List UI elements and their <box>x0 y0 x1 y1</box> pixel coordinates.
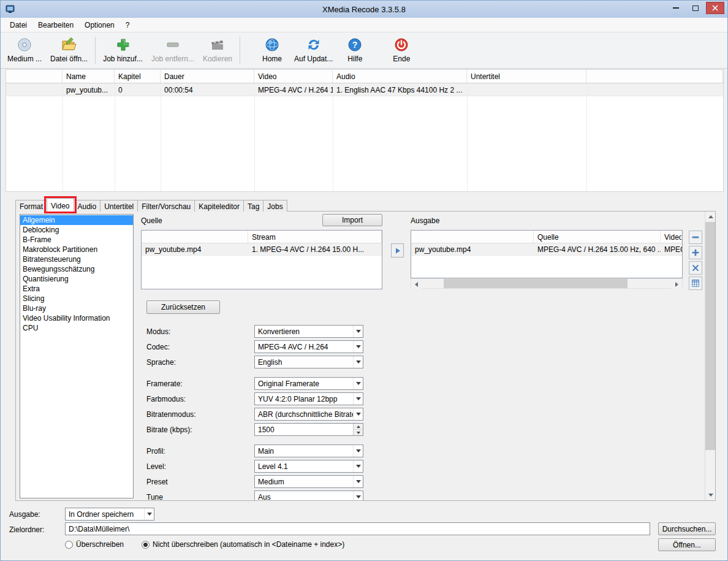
zielordner-input[interactable] <box>65 522 650 535</box>
close-button[interactable] <box>706 2 724 14</box>
tab-audio[interactable]: Audio <box>74 200 101 212</box>
list-item-vui[interactable]: Video Usability Information <box>20 313 133 323</box>
scroll-left-icon[interactable] <box>411 279 422 289</box>
framerate-select[interactable]: Original Framerate <box>254 377 363 390</box>
tab-format[interactable]: Format <box>15 200 47 212</box>
job-col-blank[interactable] <box>586 70 723 83</box>
codec-select[interactable]: MPEG-4 AVC / H.264 <box>254 340 363 353</box>
menu-datei[interactable]: Datei <box>4 18 32 32</box>
tab-jobs[interactable]: Jobs <box>263 200 287 212</box>
tab-kapiteleditor[interactable]: Kapiteleditor <box>194 200 244 212</box>
menu-bearbeiten[interactable]: Bearbeiten <box>32 18 79 32</box>
radio-nicht-ueberschreiben[interactable]: Nicht überschreiben (automatisch in <Dat… <box>142 540 344 549</box>
job-col-video[interactable]: Video <box>254 70 333 83</box>
source-col-stream[interactable]: Stream <box>248 231 382 243</box>
source-col-blank[interactable] <box>142 231 248 243</box>
toolbar-open-file-button[interactable]: Datei öffn... <box>46 36 92 64</box>
toolbar-encode-button[interactable]: Kodieren <box>199 36 237 64</box>
list-item-blu-ray[interactable]: Blu-ray <box>20 303 133 313</box>
farbmodus-select[interactable]: YUV 4:2:0 Planar 12bpp <box>254 392 363 405</box>
toolbar-exit-button[interactable]: Ende <box>384 36 419 64</box>
matrix-button[interactable] <box>689 277 702 290</box>
scroll-up-icon[interactable] <box>705 212 716 222</box>
job-col-dauer[interactable]: Dauer <box>161 70 254 83</box>
preset-select[interactable]: Medium <box>254 475 363 488</box>
scroll-down-icon[interactable] <box>705 490 716 500</box>
output-col-blank[interactable] <box>411 231 534 243</box>
list-item-deblocking[interactable]: Deblocking <box>20 225 133 235</box>
transfer-stream-button[interactable] <box>391 243 404 258</box>
job-col-untertitel[interactable]: Untertitel <box>467 70 586 83</box>
modus-select[interactable]: Konvertieren <box>254 325 363 338</box>
toolbar-update-button[interactable]: Auf Updat... <box>290 36 337 64</box>
close-icon <box>712 5 718 11</box>
tab-untertitel[interactable]: Untertitel <box>100 200 138 212</box>
sprache-select[interactable]: English <box>254 356 363 368</box>
job-gridlines <box>6 83 723 191</box>
oeffnen-button[interactable]: Öffnen... <box>658 538 716 551</box>
form-row-sprache: Sprache: English <box>16 356 715 368</box>
spin-down-icon[interactable] <box>354 430 363 435</box>
minimize-button[interactable] <box>667 2 685 14</box>
source-table: Stream pw_youtube.mp4 1. MPEG-4 AVC / H.… <box>141 230 382 289</box>
form-row-preset: Preset Medium <box>16 475 715 488</box>
add-stream-button[interactable] <box>689 246 702 259</box>
job-col-audio[interactable]: Audio <box>333 70 467 83</box>
list-item-b-frame[interactable]: B-Frame <box>20 235 133 245</box>
spin-up-icon[interactable] <box>354 424 363 430</box>
job-col-kapitel[interactable]: Kapitel <box>115 70 161 83</box>
level-select[interactable]: Level 4.1 <box>254 460 363 473</box>
output-col-video[interactable]: Video C... <box>661 231 682 243</box>
delete-stream-button[interactable] <box>689 261 702 275</box>
profil-select[interactable]: Main <box>254 445 363 457</box>
form-row-framerate: Framerate: Original Framerate <box>16 377 715 390</box>
tab-filter-vorschau[interactable]: Filter/Vorschau <box>137 200 195 212</box>
list-item-allgemein[interactable]: Allgemein <box>20 215 133 225</box>
radio-ueberschreiben[interactable]: Überschreiben <box>65 540 124 549</box>
toolbar-add-job-button[interactable]: Job hinzuf... <box>99 36 147 64</box>
remove-stream-button[interactable] <box>689 231 702 244</box>
encode-icon <box>210 37 226 53</box>
list-item-makroblock[interactable]: Makroblock Partitionen <box>20 245 133 254</box>
bitrate-input[interactable] <box>255 424 353 435</box>
job-col-blank[interactable] <box>6 70 63 83</box>
bitrate-field[interactable] <box>254 423 363 436</box>
toolbar-medium-button[interactable]: Medium ... <box>3 36 46 64</box>
job-col-name[interactable]: Name <box>63 70 115 83</box>
reset-button[interactable]: Zurücksetzen <box>146 300 220 314</box>
durchsuchen-button[interactable]: Durchsuchen... <box>658 522 716 535</box>
tune-select[interactable]: Aus <box>254 490 363 501</box>
source-row[interactable]: pw_youtube.mp4 1. MPEG-4 AVC / H.264 15.… <box>142 243 382 256</box>
output-row[interactable]: pw_youtube.mp4 MPEG-4 AVC / H.264 15.00 … <box>411 243 682 256</box>
vertical-scrollbar[interactable] <box>705 212 715 500</box>
import-button[interactable]: Import <box>322 214 382 226</box>
h-scroll-track[interactable] <box>422 279 672 288</box>
radio-unchecked-icon[interactable] <box>65 541 73 549</box>
v-scroll-track[interactable] <box>705 222 715 490</box>
toolbar-home-button[interactable]: Home <box>254 36 290 64</box>
disc-icon <box>17 37 32 53</box>
list-item-quantisierung[interactable]: Quantisierung <box>20 274 133 284</box>
form-row-tune: Tune Aus <box>16 490 715 501</box>
radio-checked-icon[interactable] <box>142 541 150 549</box>
job-row[interactable]: pw_youtub... 0 00:00:54 MPEG-4 AVC / H.2… <box>6 83 723 96</box>
tab-tag[interactable]: Tag <box>243 200 264 212</box>
ausgabe-mode-select[interactable]: In Ordner speichern <box>65 508 154 521</box>
output-col-quelle[interactable]: Quelle <box>534 231 661 243</box>
toolbar-remove-job-button[interactable]: Job entfern... <box>147 36 199 64</box>
list-item-bitratensteuerung[interactable]: Bitratensteuerung <box>20 254 133 264</box>
list-item-bewegungsschaetzung[interactable]: Bewegungsschätzung <box>20 264 133 274</box>
output-horizontal-scrollbar[interactable] <box>411 278 683 289</box>
menu-hilfe[interactable]: ? <box>120 18 135 32</box>
maximize-button[interactable] <box>686 2 705 14</box>
menu-optionen[interactable]: Optionen <box>79 18 120 32</box>
bitratenmodus-select[interactable]: ABR (durchschnittliche Bitrate) <box>254 408 363 421</box>
v-scroll-thumb[interactable] <box>705 222 715 450</box>
list-item-extra[interactable]: Extra <box>20 284 133 294</box>
list-item-slicing[interactable]: Slicing <box>20 294 133 303</box>
job-cell-blank <box>586 83 723 96</box>
toolbar-help-button[interactable]: ? Hilfe <box>337 36 373 64</box>
scroll-right-icon[interactable] <box>672 279 682 289</box>
h-scroll-thumb[interactable] <box>444 279 628 288</box>
tab-video[interactable]: Video <box>47 198 74 212</box>
